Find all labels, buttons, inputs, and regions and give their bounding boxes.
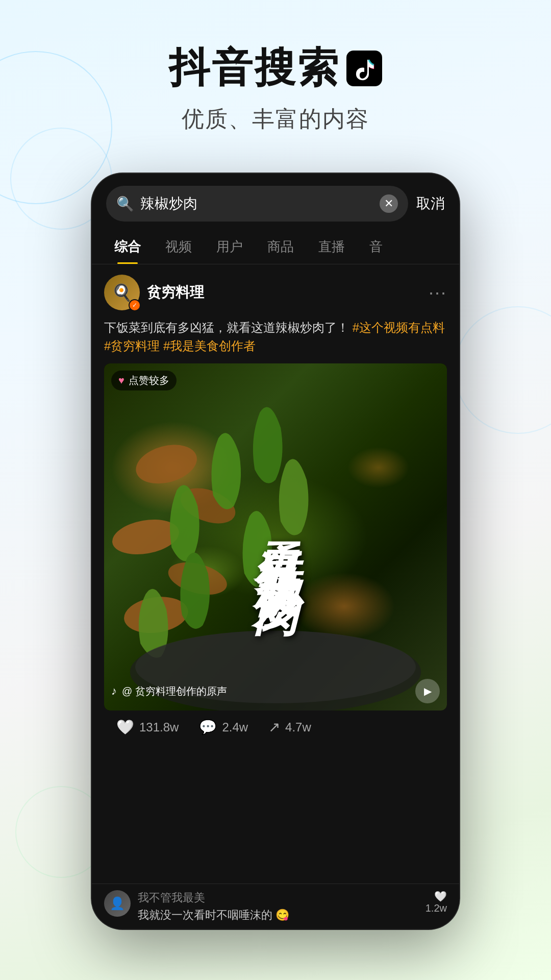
- phone-screen: 🔍 辣椒炒肉 ✕ 取消 综合 视频 用户: [92, 174, 459, 929]
- likes-badge: ♥ 点赞较多: [111, 371, 177, 390]
- comments-icon: 💬: [199, 719, 217, 736]
- search-input-wrapper[interactable]: 🔍 辣椒炒肉 ✕: [106, 186, 408, 222]
- video-thumbnail[interactable]: 勇猛辣椒炒肉 ♥ 点赞较多 ♪ @ 贫穷料理创作的原声: [104, 363, 447, 710]
- audio-bar: ♪ @ 贫穷料理创作的原声 ▶: [111, 679, 440, 703]
- search-bar: 🔍 辣椒炒肉 ✕ 取消: [92, 174, 459, 230]
- likes-count: 131.8w: [139, 720, 179, 734]
- stats-bar: 🤍 131.8w 💬 2.4w ↗ 4.7w: [104, 710, 447, 744]
- likes-icon: 🤍: [116, 719, 134, 736]
- shares-icon: ↗: [268, 719, 280, 736]
- phone-mockup: 🔍 辣椒炒肉 ✕ 取消 综合 视频 用户: [92, 174, 459, 929]
- comment-content: 我不管我最美 我就没一次看时不咽唾沫的 😋: [138, 890, 418, 923]
- commenter-avatar: 👤: [104, 890, 131, 917]
- search-cancel-button[interactable]: 取消: [416, 194, 445, 213]
- clear-icon: ✕: [384, 197, 393, 210]
- tab-直播[interactable]: 直播: [306, 230, 357, 264]
- comment-text: 我就没一次看时不咽唾沫的 😋: [138, 908, 418, 923]
- likes-badge-text: 点赞较多: [129, 374, 169, 387]
- shares-count: 4.7w: [285, 720, 311, 734]
- comment-likes-count: 🤍 1.2w: [425, 890, 447, 914]
- shares-stat[interactable]: ↗ 4.7w: [268, 719, 311, 736]
- post-description: 下饭菜到底有多凶猛，就看这道辣椒炒肉了！ #这个视频有点料 #贫穷料理 #我是美…: [104, 318, 447, 355]
- more-options-button[interactable]: ···: [429, 282, 447, 303]
- post-user[interactable]: ✓ 贫穷料理: [104, 275, 204, 310]
- header-section: 抖音搜索 优质、丰富的内容: [0, 0, 551, 155]
- hashtag-1[interactable]: #这个视频有点料: [353, 321, 445, 334]
- verified-badge: ✓: [129, 299, 141, 311]
- user-name-text: 贫穷料理: [147, 283, 204, 302]
- user-avatar-wrapper: ✓: [104, 275, 140, 310]
- phone-frame: 🔍 辣椒炒肉 ✕ 取消 综合 视频 用户: [92, 174, 459, 929]
- heart-icon: ♥: [118, 375, 124, 386]
- comment-preview-row: 👤 我不管我最美 我就没一次看时不咽唾沫的 😋 🤍 1.2w: [92, 884, 459, 929]
- play-icon: ▶: [424, 685, 432, 697]
- tiktok-logo-icon: [346, 51, 382, 86]
- post-desc-text: 下饭菜到底有多凶猛，就看这道辣椒炒肉了！: [104, 321, 349, 334]
- commenter-name: 我不管我最美: [138, 890, 418, 905]
- comment-likes-number: 1.2w: [425, 902, 447, 914]
- search-clear-button[interactable]: ✕: [380, 194, 398, 213]
- hashtag-3[interactable]: #我是美食创作者: [163, 339, 256, 353]
- post-header: ✓ 贫穷料理 ···: [104, 275, 447, 310]
- tab-音[interactable]: 音: [357, 230, 395, 264]
- main-title: 抖音搜索: [0, 41, 551, 96]
- bg-decoration-circle-3: [454, 306, 551, 434]
- comment-like-icon: 🤍: [425, 890, 447, 902]
- video-chinese-title: 勇猛辣椒炒肉: [251, 506, 300, 568]
- video-text-overlay: 勇猛辣椒炒肉: [104, 363, 447, 710]
- tabs-bar: 综合 视频 用户 商品 直播 音: [92, 230, 459, 264]
- audio-info: ♪ @ 贫穷料理创作的原声: [111, 684, 227, 698]
- tiktok-note-icon: ♪: [111, 684, 117, 698]
- likes-stat[interactable]: 🤍 131.8w: [116, 719, 179, 736]
- tab-商品[interactable]: 商品: [255, 230, 306, 264]
- search-query-text: 辣椒炒肉: [140, 194, 373, 213]
- tab-综合[interactable]: 综合: [102, 230, 153, 264]
- video-background: 勇猛辣椒炒肉 ♥ 点赞较多 ♪ @ 贫穷料理创作的原声: [104, 363, 447, 710]
- comments-count: 2.4w: [222, 720, 248, 734]
- comments-stat[interactable]: 💬 2.4w: [199, 719, 248, 736]
- audio-text: @ 贫穷料理创作的原声: [122, 684, 227, 698]
- post-card: ✓ 贫穷料理 ··· 下饭菜到底有多凶猛，就看这道辣椒炒肉了！ #这个视频有点料…: [92, 264, 459, 884]
- main-title-text: 抖音搜索: [169, 41, 340, 96]
- search-icon: 🔍: [116, 195, 134, 212]
- hashtag-2[interactable]: #贫穷料理: [104, 339, 163, 353]
- play-button[interactable]: ▶: [415, 679, 440, 703]
- subtitle-text: 优质、丰富的内容: [0, 104, 551, 134]
- tab-视频[interactable]: 视频: [153, 230, 204, 264]
- tab-用户[interactable]: 用户: [204, 230, 255, 264]
